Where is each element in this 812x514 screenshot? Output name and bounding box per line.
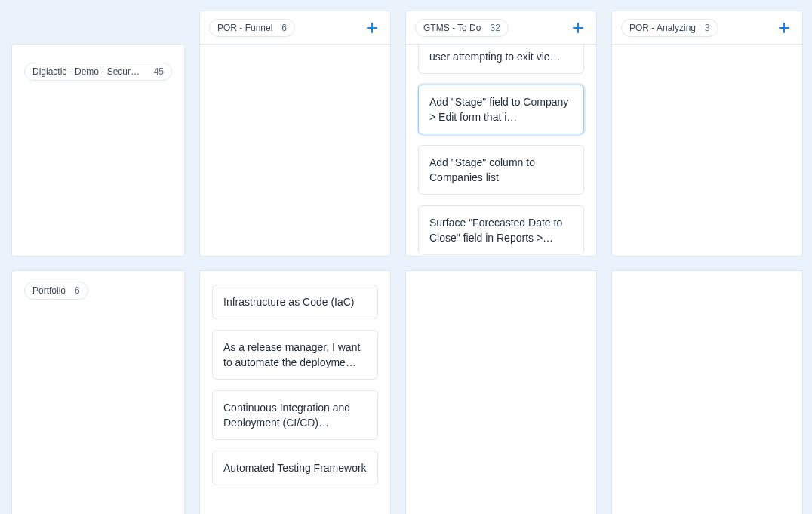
card-item[interactable]: As a release manager, I want to automate… [212,330,378,380]
add-card-button[interactable] [569,19,587,37]
add-card-button[interactable] [363,19,381,37]
card-item[interactable]: Continuous Integration and Deployment (C… [212,390,378,440]
panel-col4-bottom[interactable] [611,270,803,514]
card-title: Continuous Integration and Deployment (C… [223,402,350,429]
project-pill-por-analyzing[interactable]: POR - Analyzing 3 [621,19,718,37]
project-count: 45 [154,66,164,78]
panel-header-por-analyzing: POR - Analyzing 3 [612,11,802,45]
panel-col2-bottom[interactable]: Infrastructure as Code (IaC) As a releas… [199,270,391,514]
card-item[interactable]: Surface "Forecasted Date to Close" field… [418,205,584,255]
project-count: 3 [705,22,710,34]
card-title: Infrastructure as Code (IaC) [223,296,355,308]
project-count: 6 [75,285,80,297]
plus-icon [366,22,378,34]
card-title: Automated Testing Framework [223,462,367,474]
project-pill-por-funnel[interactable]: POR - Funnel 6 [209,19,295,37]
project-label: GTMS - To Do [423,22,481,34]
card-title: As a release manager, I want to automate… [223,341,360,368]
project-count: 6 [281,22,287,34]
panel-por-funnel[interactable]: POR - Funnel 6 [199,11,391,257]
card-item[interactable]: Add "Stage" field to Company > Edit form… [418,85,584,134]
project-pill-portfolio[interactable]: Portfolio 6 [24,282,88,300]
project-count: 32 [490,22,500,34]
card-list: Infrastructure as Code (IaC) As a releas… [200,271,390,485]
panel-diglactic[interactable]: Diglactic - Demo - Secure Paym… 45 [11,44,185,257]
card-title: Add "Stage" column to Companies list [429,156,535,183]
plus-icon [572,22,584,34]
project-label: Portfolio [32,285,66,297]
project-label: POR - Analyzing [629,22,696,34]
panel-gtms-todo[interactable]: GTMS - To Do 32 user attempting to exit … [405,11,597,257]
panel-header-gtms: GTMS - To Do 32 [406,11,596,45]
card-item[interactable]: Add "Stage" column to Companies list [418,145,584,195]
card-title: Add "Stage" field to Company > Edit form… [429,96,568,123]
card-list: user attempting to exit vie… Add "Stage"… [406,45,596,255]
kanban-board: Diglactic - Demo - Secure Paym… 45 POR -… [0,0,812,514]
card-title: Surface "Forecasted Date to Close" field… [429,217,562,244]
panel-header-por-funnel: POR - Funnel 6 [200,11,390,45]
panel-col3-bottom[interactable] [405,270,597,514]
add-card-button[interactable] [775,19,793,37]
panel-por-analyzing[interactable]: POR - Analyzing 3 [611,11,803,257]
project-label: Diglactic - Demo - Secure Paym… [32,66,145,78]
card-item[interactable]: Automated Testing Framework [212,451,378,485]
card-title: user attempting to exit vie… [429,51,561,63]
panel-header-diglactic: Diglactic - Demo - Secure Paym… 45 [12,45,184,90]
panel-portfolio[interactable]: Portfolio 6 [11,270,185,514]
panel-header-portfolio: Portfolio 6 [12,271,184,309]
project-pill-gtms[interactable]: GTMS - To Do 32 [415,19,509,37]
plus-icon [778,22,790,34]
card-item[interactable]: Infrastructure as Code (IaC) [212,285,378,319]
card-item[interactable]: user attempting to exit vie… [418,45,584,74]
project-pill-diglactic[interactable]: Diglactic - Demo - Secure Paym… 45 [24,63,172,81]
project-label: POR - Funnel [217,22,272,34]
